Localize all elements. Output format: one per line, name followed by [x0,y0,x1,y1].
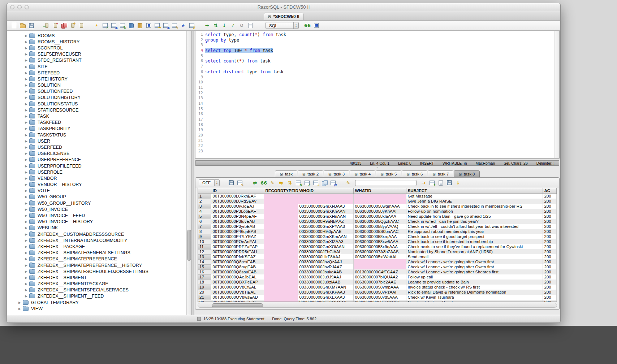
expand-triangle-icon[interactable]: ▶ [25,202,29,205]
row-number-cell[interactable]: 3 [198,204,211,209]
tree-item[interactable]: ▶WEBLINK [7,225,191,231]
expand-triangle-icon[interactable]: ▶ [25,264,29,267]
disconnect-icon[interactable] [52,22,59,29]
tree-item[interactable]: ▶W50_INVOICE [7,206,191,212]
result-tab[interactable]: ⊠task 3 [324,170,349,177]
grid-cell[interactable]: 200 [543,194,557,199]
execute-fetch-icon[interactable]: ⇅ [212,22,219,29]
row-number-cell[interactable]: 12 [198,249,211,254]
expand-triangle-icon[interactable]: ▶ [25,195,29,199]
row-number-cell[interactable]: 16 [198,269,211,274]
grid-cell[interactable]: 00T3000000P47LYEAZ [211,234,264,239]
expand-triangle-icon[interactable]: ▶ [25,152,29,155]
code-line[interactable] [205,143,559,149]
code-line[interactable] [205,80,559,85]
code-line[interactable]: select type, count(*) from task [205,32,559,38]
tree-item[interactable]: ▶ROOMS__HISTORY [7,39,191,45]
grid-cell[interactable]: 00630000007A3bZAAS [353,249,406,254]
tree-item[interactable]: ▶VOTE [7,188,191,194]
grid-cell[interactable]: 00T3000000POeAnEAL [211,239,264,244]
save-results-icon[interactable] [228,179,235,186]
result-tab[interactable]: ⊠task [275,170,297,177]
page-search-icon[interactable] [110,22,117,29]
grid-cell[interactable]: 0033000000GmXMDAA3 [298,300,353,302]
tree-item[interactable]: ▶USERLICENSE [7,151,191,157]
sort-rows-icon[interactable]: ⇅ [286,179,293,186]
sql-editor[interactable]: 1234567891011121314151617181920212223 se… [195,31,560,159]
shift-columns-icon[interactable]: ⇆ [277,179,285,186]
code-line[interactable] [205,91,559,96]
row-number-cell[interactable]: 11 [198,244,211,249]
table-describe-icon[interactable] [303,179,311,186]
export-grid-icon[interactable] [428,179,436,186]
row-number-cell[interactable]: 20 [198,290,211,295]
tree-item[interactable]: ▶ZKFEDEX__INTERNATIONALCOMMODITY [7,237,191,243]
row-number-cell[interactable]: 13 [198,254,211,259]
expand-triangle-icon[interactable]: ▶ [25,71,29,75]
quotes-icon[interactable]: 66 [260,179,267,186]
result-tab[interactable]: ⊠task 8 [454,170,479,177]
expand-triangle-icon[interactable]: ▶ [18,301,23,304]
grid-cell[interactable]: 00T3000000P3tuvEAB [211,219,264,224]
grid-cell[interactable]: Need update from Bain - gave go ahead 1/… [406,214,543,219]
grid-cell[interactable] [264,229,298,234]
grid-cell[interactable]: 006300000058x9qAAA [353,244,406,249]
tree-item[interactable]: ▶USERROLE [7,169,191,175]
grid-cell[interactable]: 200 [543,209,557,214]
checklist-icon[interactable] [102,22,109,29]
grid-cell[interactable]: Check w/ Kevin Tsujihara [406,295,543,300]
grid-cell[interactable]: Follow up call [406,274,543,280]
row-number-cell[interactable]: 18 [198,280,211,285]
grid-cell[interactable]: 0033000000JbvRJAAZ [298,264,353,269]
code-line[interactable] [205,127,559,133]
grid-cell[interactable] [264,295,298,300]
grid-cell[interactable]: 006300000058ympAAA [353,285,406,290]
expand-triangle-icon[interactable]: ▶ [25,58,29,62]
grid-cell[interactable] [264,209,298,214]
tree-item[interactable]: ▶USERPREFERENCE [7,157,191,163]
grid-cell[interactable]: 0033000000GmXM7AAN [298,285,353,290]
tree-item[interactable]: ▶W50_INVOICE__HISTORY [7,219,191,225]
execute-statement-icon[interactable]: → [203,22,211,29]
tree-item[interactable]: ▶SITEFEED [7,70,191,76]
grid-cell[interactable]: 0033000000GmXKnAAN [298,209,353,214]
grid-cell[interactable]: 00630000005QgzhAAC [353,219,406,224]
expand-triangle-icon[interactable]: ▶ [25,83,29,87]
titlebar[interactable]: RazorSQL - SFDCW50 II [7,3,560,11]
grid-cell[interactable] [264,199,298,204]
grid-cell[interactable]: 00T3000000P3LopEAF [211,209,264,214]
tree-item[interactable]: ▶ZKFEDEX__CUSTOMADDRESSSOURCE [7,231,191,237]
grid-cell[interactable]: 00T3000000QV8TjEAL [211,290,264,295]
tree-item[interactable]: ▶SOLUTIONHISTORY [7,95,191,101]
grid-cell[interactable] [264,285,298,290]
tree-item[interactable]: ▶W50_GROUP [7,194,191,200]
tree-item[interactable]: ▶USERPROFILEFEED [7,163,191,169]
result-tab[interactable]: ⊠task 2 [298,170,323,177]
grid-cell[interactable]: 00T3000000OiyJgEAJ [211,204,264,209]
refresh-results-icon[interactable]: ⇄ [251,179,259,186]
code-line[interactable] [205,112,559,117]
tab-close-icon[interactable]: ⊠ [280,172,282,176]
expand-triangle-icon[interactable]: ▶ [25,90,29,93]
grid-cell[interactable]: Check back to see if interested in membe… [406,239,543,244]
expand-triangle-icon[interactable]: ▶ [25,220,29,224]
tree-item[interactable]: ▶TASKFEED [7,120,191,126]
grid-hscrollbar-thumb[interactable] [212,303,263,307]
result-tab[interactable]: ⊠task 6 [402,170,427,177]
code-line[interactable]: select distinct type from task [205,69,559,75]
grid-cell[interactable]: Check w/ Leanne - we're going after Shea… [406,269,543,274]
expand-triangle-icon[interactable]: ▶ [18,307,23,311]
code-line[interactable]: select count(*) from task [205,58,559,64]
new-connection-icon[interactable] [69,22,76,29]
grid-cell[interactable]: Check w/ Leanne - we're going after Owen… [406,264,543,269]
grid-cell[interactable]: 0033000000GmXOiAAN [298,244,353,249]
grid-cell[interactable]: 006300000058ypVAAQ [353,224,406,229]
code-line[interactable] [205,133,559,138]
table-edit-icon[interactable] [171,22,178,29]
grid-cell[interactable]: 200 [543,204,557,209]
expand-triangle-icon[interactable]: ▶ [25,270,29,273]
copy-rows-icon[interactable] [321,179,328,186]
expand-triangle-icon[interactable]: ▶ [25,288,29,292]
stepper-icon[interactable]: ▲▼ [293,22,298,29]
code-line[interactable] [205,149,559,154]
